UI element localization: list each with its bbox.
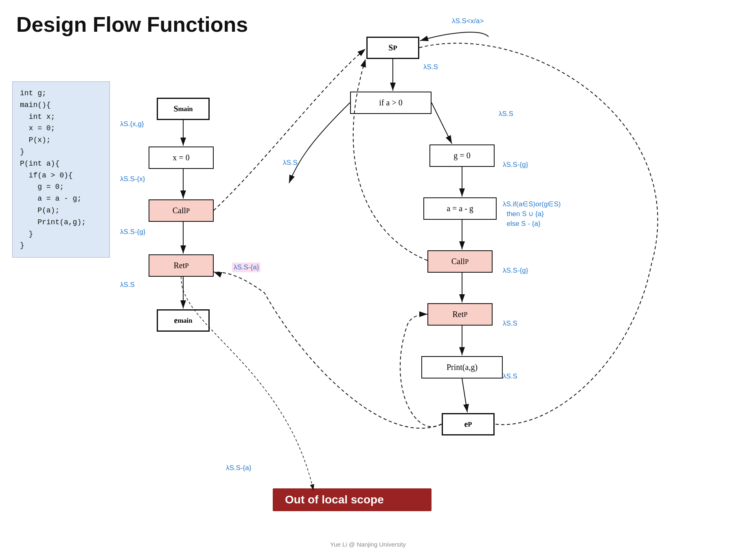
code-line: a = a - g; — [20, 193, 102, 205]
label-ls-s-g-main: λS.S-{g} — [120, 228, 145, 236]
label-ls-s-a-ret-main: λS.S-{a} — [232, 262, 261, 272]
node-a-minus-g: a = a - g — [423, 197, 497, 220]
node-ret-p-main: RetP — [149, 254, 214, 277]
label-ls-s-if-left: λS.S — [283, 159, 298, 167]
code-line: x = 0; — [20, 122, 102, 134]
code-line: int x; — [20, 111, 102, 123]
code-line: } — [20, 228, 102, 240]
code-line: P(x); — [20, 134, 102, 146]
node-s-p: SP — [366, 37, 419, 59]
node-print-ag: Print(a,g) — [421, 356, 503, 378]
page-title: Design Flow Functions — [16, 12, 248, 37]
code-line: } — [20, 146, 102, 158]
code-box: int g; main(){ int x; x = 0; P(x); } P(i… — [12, 81, 110, 258]
node-ret-p-rec: RetP — [427, 303, 493, 326]
code-line: g = 0; — [20, 181, 102, 193]
label-ls-s-sp: λS.S — [423, 63, 438, 71]
label-ls-s-g-rec: λS.S-{g} — [503, 161, 528, 169]
svg-line-7 — [432, 103, 452, 144]
label-ls-s-a-out: λS.S-{a} — [226, 464, 251, 472]
node-x-eq-0: x = 0 — [149, 147, 214, 169]
code-line: } — [20, 240, 102, 252]
code-line: P(int a){ — [20, 158, 102, 170]
node-g-eq-0: g = 0 — [429, 144, 495, 167]
label-ls-s-main-bottom: λS.S — [120, 281, 135, 289]
label-ls-s-ret-rec: λS.S — [503, 319, 517, 328]
arrows-overlay — [0, 0, 736, 560]
watermark: Yue Li @ Nanjing University — [330, 541, 406, 548]
code-line: if(a > 0){ — [20, 170, 102, 182]
label-ls-s-print: λS.S — [503, 372, 517, 381]
label-ls-s-g-rec2: λS.S-{g} — [503, 267, 528, 275]
code-line: int g; — [20, 88, 102, 99]
label-ls-xg: λS.{x,g} — [120, 120, 144, 128]
code-line: Print(a,g); — [20, 217, 102, 228]
code-line: main(){ — [20, 99, 102, 111]
node-call-p-rec: CallP — [427, 250, 493, 273]
label-ls-s-if-right: λS.S — [499, 110, 513, 118]
out-of-scope-box: Out of local scope — [273, 488, 432, 511]
node-e-p: eP — [442, 413, 495, 435]
node-call-p-main: CallP — [149, 199, 214, 222]
code-line: P(a); — [20, 205, 102, 217]
node-s-main: Smain — [157, 98, 210, 120]
node-e-main: emain — [157, 309, 210, 332]
label-ls-s-x: λS.S-{x} — [120, 175, 145, 183]
node-if-a-gt-0: if a > 0 — [350, 92, 432, 114]
label-ls-sxa: λS.S<x/a> — [452, 17, 484, 25]
svg-line-12 — [462, 378, 467, 412]
label-ls-if-a-s: λS.if(a∈S)or(g∈S) then S ∪ {a} else S - … — [503, 199, 561, 228]
